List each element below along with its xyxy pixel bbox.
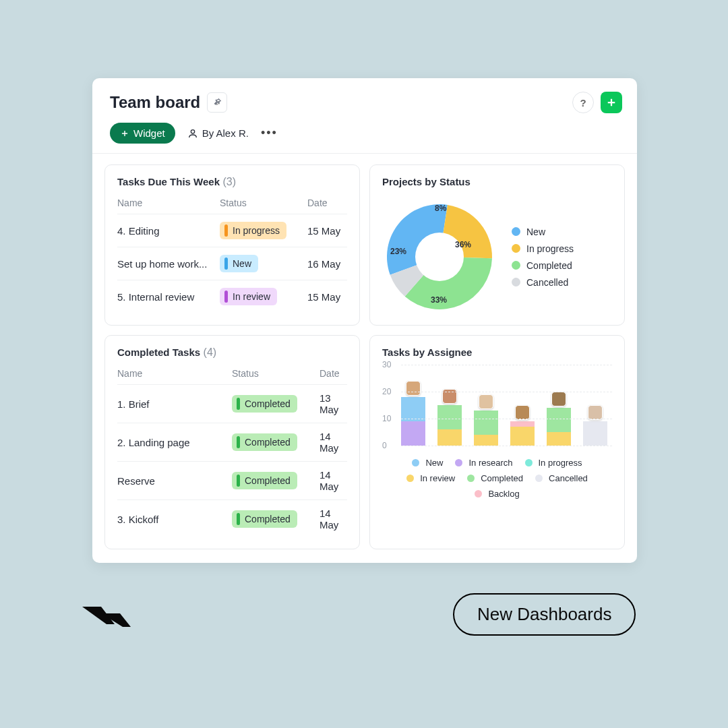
axis-tick: 10	[382, 414, 391, 423]
status-badge: In progress	[220, 222, 286, 239]
card-due: Tasks Due This Week (3) Name Status Date…	[104, 164, 360, 326]
logo-icon	[82, 601, 131, 636]
chart-label: 8%	[435, 204, 446, 213]
axis-tick: 20	[382, 387, 391, 396]
table-row[interactable]: 2. Landing pageCompleted14 May	[117, 423, 347, 461]
col-status: Status	[232, 368, 320, 379]
page-title: Team board	[110, 93, 200, 112]
card-projects-title: Projects by Status	[382, 176, 612, 187]
card-done-count: (4)	[204, 346, 217, 358]
col-name: Name	[117, 198, 220, 208]
add-widget-button[interactable]: Widget	[110, 123, 175, 144]
cell-name: Set up home work...	[117, 258, 220, 270]
cell-name: Reserve	[117, 475, 232, 487]
status-badge: New	[220, 255, 258, 272]
card-done-title: Completed Tasks	[117, 346, 200, 358]
card-due-title: Tasks Due This Week	[117, 176, 220, 187]
byline-text: By Alex R.	[202, 127, 249, 139]
table-row[interactable]: 1. BriefCompleted13 May	[117, 384, 347, 423]
table-row[interactable]: ReserveCompleted14 May	[117, 461, 347, 499]
cell-date: 15 May	[307, 225, 347, 237]
add-button[interactable]	[601, 92, 622, 113]
cell-date: 15 May	[307, 291, 347, 303]
status-badge: Completed	[232, 433, 297, 451]
dashboard-app: Team board ? Widget By Alex R. •••	[92, 78, 637, 563]
avatar	[551, 392, 566, 406]
help-button[interactable]: ?	[572, 92, 594, 113]
legend-item: New	[512, 226, 574, 237]
cell-status: Completed	[232, 510, 320, 528]
new-dashboards-pill[interactable]: New Dashboards	[453, 593, 636, 636]
bar-column	[474, 411, 498, 446]
legend-item: In research	[455, 458, 512, 468]
donut-chart: 33%23%36%8%	[382, 200, 497, 314]
avatar	[479, 394, 493, 409]
cell-status: Completed	[232, 395, 320, 413]
cell-date: 14 May	[320, 469, 347, 492]
cell-name: 3. Kickoff	[117, 514, 232, 525]
cell-name: 5. Internal review	[117, 291, 220, 303]
chart-label: 36%	[455, 240, 471, 249]
bar-column	[583, 421, 607, 446]
more-button[interactable]: •••	[261, 126, 278, 140]
legend-item: Completed	[512, 260, 574, 271]
card-assignee: Tasks by Assignee 0102030 NewIn research…	[369, 335, 625, 549]
card-projects: Projects by Status 33%23%36%8% NewIn pro…	[369, 164, 625, 326]
legend-item: Backlog	[475, 489, 519, 499]
cell-date: 14 May	[320, 508, 347, 530]
legend-item: Cancelled	[535, 473, 588, 483]
legend-item: In progress	[525, 458, 582, 468]
plus-icon	[120, 129, 129, 138]
cell-name: 2. Landing page	[117, 437, 232, 448]
cell-status: In review	[220, 288, 307, 305]
col-name: Name	[117, 368, 232, 379]
cell-name: 4. Editing	[117, 225, 220, 237]
card-done: Completed Tasks (4) Name Status Date 1. …	[104, 335, 360, 549]
bar-column	[510, 421, 535, 446]
legend-item: In review	[406, 473, 455, 483]
legend-item: In progress	[512, 243, 574, 254]
table-row[interactable]: 5. Internal reviewIn review15 May	[117, 280, 347, 313]
table-row[interactable]: 3. KickoffCompleted14 May	[117, 499, 347, 538]
legend-item: Completed	[467, 473, 523, 483]
bar-column	[401, 397, 425, 446]
avatar	[515, 405, 530, 420]
avatar	[406, 381, 421, 396]
cell-status: Completed	[232, 433, 320, 451]
svg-point-0	[191, 129, 194, 133]
cell-date: 14 May	[320, 431, 347, 454]
table-row[interactable]: Set up home work...New16 May	[117, 247, 347, 280]
bar-column	[437, 405, 462, 446]
cell-status: Completed	[232, 472, 320, 489]
status-badge: In review	[220, 288, 277, 305]
card-due-count: (3)	[222, 176, 236, 187]
cell-date: 13 May	[320, 392, 347, 415]
status-badge: Completed	[232, 395, 297, 413]
cell-status: New	[220, 255, 307, 272]
card-assignee-title: Tasks by Assignee	[382, 346, 612, 358]
avatar	[588, 405, 603, 420]
col-status: Status	[220, 198, 307, 208]
bar-column	[547, 408, 571, 446]
legend-item: Cancelled	[512, 277, 574, 288]
chart-label: 33%	[431, 295, 447, 305]
chart-label: 23%	[390, 247, 406, 256]
col-date: Date	[307, 198, 347, 208]
cell-name: 1. Brief	[117, 398, 232, 410]
axis-tick: 0	[382, 441, 387, 450]
byline[interactable]: By Alex R.	[187, 127, 249, 139]
status-badge: Completed	[232, 510, 297, 528]
table-row[interactable]: 4. EditingIn progress15 May	[117, 214, 347, 247]
col-date: Date	[320, 368, 347, 379]
header: Team board ? Widget By Alex R. •••	[92, 78, 637, 154]
legend-item: New	[412, 458, 443, 468]
status-badge: Completed	[232, 472, 297, 489]
cell-date: 16 May	[307, 258, 347, 270]
user-icon	[187, 128, 198, 139]
pin-button[interactable]	[207, 92, 227, 113]
cell-status: In progress	[220, 222, 307, 239]
widget-button-label: Widget	[133, 127, 165, 139]
axis-tick: 30	[382, 360, 391, 369]
